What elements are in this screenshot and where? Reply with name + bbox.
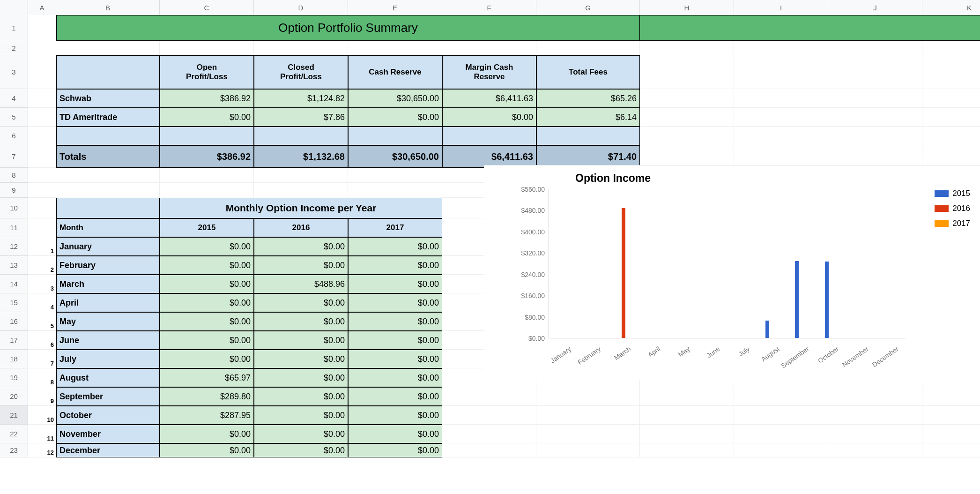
cell-A10[interactable] (28, 198, 56, 218)
cell-D5[interactable]: $7.86 (254, 108, 348, 127)
cell-J5[interactable] (828, 108, 922, 127)
cell-D19[interactable]: $0.00 (254, 368, 348, 387)
cell-A23[interactable]: 12 (28, 443, 56, 457)
cell-B22[interactable]: November (56, 425, 160, 443)
cell-J2[interactable] (828, 41, 922, 55)
cell-D17[interactable]: $0.00 (254, 331, 348, 350)
cell-I4[interactable] (734, 89, 828, 108)
cell-A16[interactable]: 5 (28, 312, 56, 331)
col-header-D[interactable]: D (254, 0, 348, 15)
cell-K23[interactable] (922, 443, 980, 457)
col-header-F[interactable]: F (442, 0, 536, 15)
cell-H3[interactable] (640, 55, 734, 89)
cell-C2[interactable] (160, 41, 254, 55)
cell-K4[interactable] (922, 89, 980, 108)
cell-B6[interactable] (56, 127, 160, 145)
cell-A20[interactable]: 9 (28, 387, 56, 406)
cell-G7[interactable]: $71.40 (536, 145, 640, 168)
cell-B5[interactable]: TD Ameritrade (56, 108, 160, 127)
col-header-A[interactable]: A (28, 0, 56, 15)
cell-B18[interactable]: July (56, 350, 160, 368)
cell-C10[interactable]: Monthly Option Income per Year (160, 198, 442, 218)
cell-G20[interactable] (536, 387, 640, 406)
cell-B16[interactable]: May (56, 312, 160, 331)
cell-A11[interactable] (28, 218, 56, 237)
cell-E23[interactable]: $0.00 (348, 443, 442, 457)
cell-E19[interactable]: $0.00 (348, 368, 442, 387)
col-header-G[interactable]: G (536, 0, 640, 15)
cell-D16[interactable]: $0.00 (254, 312, 348, 331)
cell-C19[interactable]: $65.97 (160, 368, 254, 387)
row-header-6[interactable]: 6 (0, 127, 28, 145)
cell-J3[interactable] (828, 55, 922, 89)
cell-A6[interactable] (28, 127, 56, 145)
cell-H23[interactable] (640, 443, 734, 457)
row-header-14[interactable]: 14 (0, 275, 28, 293)
cell-C13[interactable]: $0.00 (160, 256, 254, 275)
cell-K20[interactable] (922, 387, 980, 406)
cell-H7[interactable] (640, 145, 734, 168)
col-header-B[interactable]: B (56, 0, 160, 15)
cell-K7[interactable] (922, 145, 980, 168)
cell-B19[interactable]: August (56, 368, 160, 387)
cell-B14[interactable]: March (56, 275, 160, 293)
cell-H6[interactable] (640, 127, 734, 145)
cell-B9[interactable] (56, 183, 160, 198)
cell-J7[interactable] (828, 145, 922, 168)
cell-K22[interactable] (922, 425, 980, 443)
cell-G22[interactable] (536, 425, 640, 443)
cell-E16[interactable]: $0.00 (348, 312, 442, 331)
cell-I7[interactable] (734, 145, 828, 168)
cell-I6[interactable] (734, 127, 828, 145)
cell-F7[interactable]: $6,411.63 (442, 145, 536, 168)
cell-G5[interactable]: $6.14 (536, 108, 640, 127)
row-header-12[interactable]: 12 (0, 237, 28, 256)
cell-E13[interactable]: $0.00 (348, 256, 442, 275)
cell-C18[interactable]: $0.00 (160, 350, 254, 368)
cell-B10[interactable] (56, 198, 160, 218)
row-header-18[interactable]: 18 (0, 350, 28, 368)
cell-B15[interactable]: April (56, 293, 160, 312)
row-header-10[interactable]: 10 (0, 198, 28, 218)
cell-D14[interactable]: $488.96 (254, 275, 348, 293)
cell-J21[interactable] (828, 406, 922, 425)
cell-C8[interactable] (160, 168, 254, 183)
cell-D8[interactable] (254, 168, 348, 183)
cell-E5[interactable]: $0.00 (348, 108, 442, 127)
cell-D6[interactable] (254, 127, 348, 145)
col-header-I[interactable]: I (734, 0, 828, 15)
cell-B8[interactable] (56, 168, 160, 183)
row-header-5[interactable]: 5 (0, 108, 28, 127)
row-header-13[interactable]: 13 (0, 256, 28, 275)
cell-C23[interactable]: $0.00 (160, 443, 254, 457)
cell-K6[interactable] (922, 127, 980, 145)
cell-E12[interactable]: $0.00 (348, 237, 442, 256)
cell-C14[interactable]: $0.00 (160, 275, 254, 293)
cell-C11[interactable]: 2015 (160, 218, 254, 237)
cell-D22[interactable]: $0.00 (254, 425, 348, 443)
cell-C22[interactable]: $0.00 (160, 425, 254, 443)
cell-J23[interactable] (828, 443, 922, 457)
cell-J20[interactable] (828, 387, 922, 406)
cell-H2[interactable] (640, 41, 734, 55)
cell-F3[interactable]: Margin CashReserve (442, 55, 536, 89)
col-header-J[interactable]: J (828, 0, 922, 15)
cell-E7[interactable]: $30,650.00 (348, 145, 442, 168)
row-header-23[interactable]: 23 (0, 443, 28, 457)
row-header-4[interactable]: 4 (0, 89, 28, 108)
cell-D15[interactable]: $0.00 (254, 293, 348, 312)
cell-D18[interactable]: $0.00 (254, 350, 348, 368)
cell-B17[interactable]: June (56, 331, 160, 350)
cell-C6[interactable] (160, 127, 254, 145)
cell-C15[interactable]: $0.00 (160, 293, 254, 312)
cell-A21[interactable]: 10 (28, 406, 56, 425)
cell-E15[interactable]: $0.00 (348, 293, 442, 312)
col-header-K[interactable]: K (922, 0, 980, 15)
cell-J22[interactable] (828, 425, 922, 443)
cell-A19[interactable]: 8 (28, 368, 56, 387)
cell-E11[interactable]: 2017 (348, 218, 442, 237)
cell-C3[interactable]: OpenProfit/Loss (160, 55, 254, 89)
cell-A17[interactable]: 6 (28, 331, 56, 350)
cell-B7[interactable]: Totals (56, 145, 160, 168)
cell-G2[interactable] (536, 41, 640, 55)
